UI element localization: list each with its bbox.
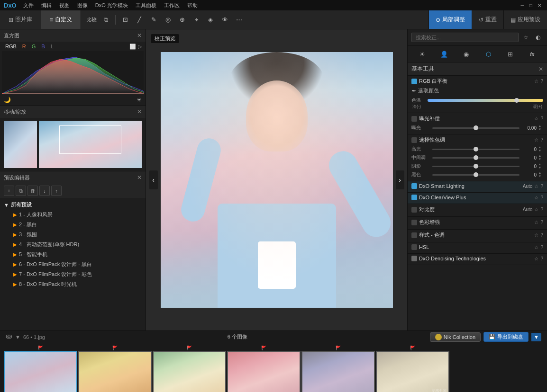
preset-item-3[interactable]: ▶ 3 - 氛围 (0, 230, 146, 240)
crop-tool[interactable]: ⊡ (119, 13, 132, 27)
menu-workspace[interactable]: 工作区 (161, 1, 182, 10)
cv-checkbox[interactable] (411, 195, 417, 200)
menu-image[interactable]: 图像 (74, 1, 91, 10)
watermark-tool[interactable]: ⊞ (503, 48, 517, 60)
exposure-slider[interactable] (432, 127, 520, 129)
histogram-play-icon[interactable]: ▷ (138, 44, 142, 50)
next-image-button[interactable]: › (396, 170, 404, 189)
preset-new-button[interactable]: + (4, 186, 14, 196)
preset-item-6[interactable]: ▶ 6 - DxO FilmPack 设计师 - 黑白 (0, 259, 146, 269)
menu-file[interactable]: 文件 (20, 1, 36, 10)
eye-tool[interactable]: 👁 (218, 13, 231, 27)
split-view-button[interactable]: ⧉ (99, 13, 112, 27)
detail-tool[interactable]: ◉ (459, 48, 474, 60)
cv-star[interactable]: ☆ (534, 195, 538, 200)
preset-item-1[interactable]: ▶ 1 - 人像和风景 (0, 210, 146, 220)
navigator-box[interactable] (59, 125, 121, 154)
cont-help[interactable]: ? (540, 207, 543, 212)
cb-help[interactable]: ? (540, 220, 543, 225)
hsl-checkbox[interactable] (411, 244, 417, 250)
light-tool[interactable]: ☀ (415, 48, 429, 60)
wb-star[interactable]: ☆ (534, 79, 538, 84)
exp-star[interactable]: ☆ (534, 116, 538, 121)
more-tool[interactable]: ⋯ (232, 13, 246, 27)
temperature-thumb[interactable] (514, 98, 519, 103)
straighten-tool[interactable]: ╱ (133, 13, 146, 27)
cb-checkbox[interactable] (411, 220, 417, 225)
hsl-star[interactable]: ☆ (534, 245, 538, 250)
cont-checkbox[interactable] (411, 207, 417, 213)
red-eye-tool[interactable]: ◎ (161, 13, 174, 27)
seltone-checkbox[interactable] (411, 137, 417, 143)
st-star[interactable]: ☆ (534, 232, 538, 238)
st-help[interactable]: ? (540, 232, 543, 238)
prev-image-button[interactable]: ‹ (149, 170, 158, 189)
tab-apply-preset[interactable]: ▤ 应用预设 (503, 10, 547, 29)
film-item-4[interactable]: 🚩 4.jpg (227, 346, 301, 392)
film-thumb-3[interactable] (153, 351, 226, 392)
film-item-1[interactable]: 🚩 1.jpg (4, 346, 77, 392)
sl-help[interactable]: ? (540, 184, 543, 189)
film-item-2[interactable]: 🚩 2.jpg (78, 346, 152, 392)
shad-thumb[interactable] (474, 164, 478, 169)
film-thumb-2[interactable] (78, 351, 152, 392)
mask-tool[interactable]: ◈ (204, 13, 217, 27)
seltone-help[interactable]: ? (540, 137, 543, 143)
film-item-3[interactable]: 🚩 3.jpg (153, 346, 226, 392)
sl-star[interactable]: ☆ (534, 184, 538, 189)
exp-help[interactable]: ? (540, 116, 543, 121)
preset-item-2[interactable]: ▶ 2 - 黑白 (0, 220, 146, 230)
menu-view[interactable]: 视图 (56, 1, 73, 10)
shad-spin[interactable]: ▲▼ (538, 163, 543, 169)
sort-icon[interactable]: ↂ (6, 334, 12, 340)
hsl-help[interactable]: ? (540, 245, 543, 250)
maximize-button[interactable]: □ (527, 1, 535, 9)
wb-checkbox[interactable] (411, 79, 417, 84)
hist-tab-r[interactable]: R (21, 43, 27, 50)
menu-edit[interactable]: 编辑 (38, 1, 55, 10)
film-thumb-5[interactable] (301, 351, 375, 392)
cv-help[interactable]: ? (540, 195, 543, 200)
eyedrop-icon[interactable]: ✒ (411, 88, 416, 94)
filter-tool[interactable]: ⌖ (190, 13, 203, 27)
exp-checkbox[interactable] (411, 116, 417, 122)
color-tool[interactable]: 👤 (437, 48, 451, 60)
st-checkbox[interactable] (411, 232, 417, 238)
temperature-slider[interactable] (428, 99, 543, 102)
hl-thumb[interactable] (474, 147, 478, 151)
dn-star[interactable]: ☆ (534, 256, 538, 261)
cont-star[interactable]: ☆ (534, 207, 538, 212)
tab-local-adjust[interactable]: ⊙ 局部调整 (428, 10, 472, 29)
exposure-thumb[interactable] (474, 125, 478, 130)
fx-tool[interactable]: fx (525, 48, 539, 60)
film-item-6[interactable]: 🚩 灵感中国 6.jpg (376, 346, 449, 392)
wb-help[interactable]: ? (540, 79, 543, 84)
menu-dxo-optics[interactable]: DxO 光学模块 (92, 1, 131, 10)
preset-duplicate-button[interactable]: ⧉ (16, 186, 26, 196)
hist-tab-g[interactable]: G (30, 43, 37, 50)
hist-tab-l[interactable]: L (49, 43, 55, 50)
blk-spin[interactable]: ▲▼ (538, 171, 543, 178)
seltone-star[interactable]: ☆ (534, 137, 538, 143)
preset-editor-close[interactable]: ✕ (137, 174, 142, 181)
clone-tool[interactable]: ⊕ (175, 13, 189, 27)
star-filter-button[interactable]: ☆ (520, 32, 531, 43)
sl-checkbox[interactable] (411, 183, 417, 189)
preset-import-button[interactable]: ↓ (39, 186, 50, 196)
cb-star[interactable]: ☆ (534, 220, 538, 225)
basic-tools-close[interactable]: ✕ (538, 66, 543, 72)
tab-customize[interactable]: ≡ 自定义 (41, 10, 81, 29)
navigator-close[interactable]: ✕ (137, 108, 142, 115)
film-thumb-1[interactable] (4, 351, 77, 392)
tab-reset[interactable]: ↺ 重置 (472, 10, 503, 29)
mid-spin[interactable]: ▲▼ (538, 154, 543, 161)
hl-spin[interactable]: ▲▼ (538, 146, 543, 152)
monitor-icon[interactable]: ⬜ (129, 44, 136, 50)
retouch-tool[interactable]: ✎ (147, 13, 160, 27)
hist-tab-rgb[interactable]: RGB (4, 43, 18, 50)
export-button[interactable]: 💾 导出到磁盘 (483, 332, 529, 342)
exp-spin[interactable]: ▲▼ (538, 125, 543, 131)
toggle-button[interactable]: ◐ (533, 32, 543, 43)
preset-item-8[interactable]: ▶ 8 - DxO FilmPack 时光机 (0, 279, 146, 289)
blk-thumb[interactable] (474, 172, 478, 177)
